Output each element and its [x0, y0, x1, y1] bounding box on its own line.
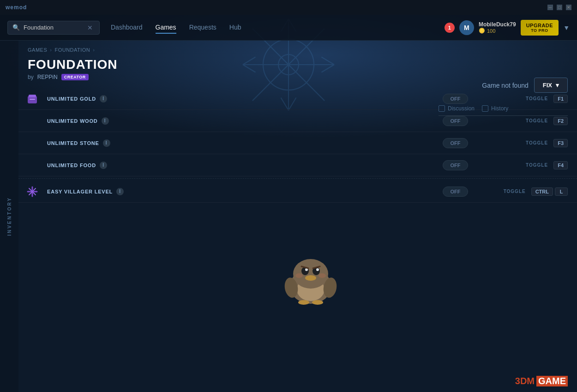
toggle-wood[interactable]: OFF	[443, 116, 468, 126]
cheat-icon-food	[23, 156, 42, 175]
app-logo: wemod	[6, 4, 27, 11]
breadcrumb-games[interactable]: GAMES	[28, 47, 47, 53]
toggle-food[interactable]: OFF	[443, 160, 468, 170]
keybind-gold: TOGGLE F1	[475, 95, 568, 103]
cheat-icon-wood	[23, 112, 42, 130]
search-box[interactable]: 🔍 ✕	[7, 21, 100, 35]
username: MobileDuck79	[479, 21, 516, 28]
history-label: History	[491, 105, 508, 112]
nav-right: 1 M MobileDuck79 🪙 100 UPGRADE TO PRO ▼	[445, 20, 570, 36]
search-icon: 🔍	[12, 24, 20, 31]
info-icon[interactable]: i	[102, 117, 109, 125]
status-area: Game not found FIX ▾	[482, 78, 568, 93]
svg-point-32	[312, 300, 323, 305]
game-not-found-label: Game not found	[482, 82, 528, 89]
key-badge-f1[interactable]: F1	[553, 95, 568, 103]
cheat-name-wood: UNLIMITED WOOD i	[47, 117, 443, 125]
search-clear-icon[interactable]: ✕	[87, 24, 93, 31]
coins: 🪙 100	[479, 28, 516, 34]
titlebar: wemod ─ □ ✕	[0, 0, 577, 15]
key-badge-ctrl[interactable]: CTRL	[531, 187, 553, 196]
breadcrumb-arrow-2: ›	[93, 47, 95, 53]
sidebar-label-text: INVENTORY	[7, 197, 12, 236]
info-icon[interactable]: i	[100, 162, 107, 169]
section-divider	[18, 178, 577, 179]
search-input[interactable]	[24, 24, 84, 31]
svg-rect-15	[29, 95, 36, 97]
game-title: FOUNDATION	[28, 57, 568, 72]
nav-tabs: Dashboard Games Requests Hub	[111, 22, 445, 34]
tab-requests[interactable]: Requests	[189, 22, 216, 34]
cheat-icon-gold	[23, 90, 42, 108]
toggle-gold[interactable]: OFF	[443, 94, 468, 104]
tab-history[interactable]: History	[482, 105, 508, 112]
svg-point-27	[316, 268, 319, 271]
cheat-row: UNLIMITED STONE i OFF TOGGLE F3	[18, 132, 577, 154]
tab-dashboard[interactable]: Dashboard	[111, 22, 143, 34]
author-name: REPPiN	[37, 74, 58, 80]
key-badge-l[interactable]: L	[555, 187, 568, 196]
toggle-villager[interactable]: OFF	[443, 187, 468, 197]
cheat-name-food: UNLIMITED FOOD i	[47, 162, 443, 169]
cheat-name-gold: UNLIMITED GOLD i	[47, 95, 443, 103]
toggle-stone[interactable]: OFF	[443, 138, 468, 148]
cheat-row: UNLIMITED FOOD i OFF TOGGLE F4	[18, 154, 577, 176]
discussion-checkbox[interactable]	[439, 105, 445, 112]
keybind-stone: TOGGLE F3	[475, 139, 568, 147]
close-button[interactable]: ✕	[566, 5, 571, 10]
info-icon[interactable]: i	[100, 95, 107, 103]
coin-icon: 🪙	[479, 28, 485, 34]
maximize-button[interactable]: □	[557, 5, 562, 10]
game-area: GAMES › FOUNDATION › FOUNDATION by REPPi…	[18, 41, 577, 392]
cheat-row: EASY VILLAGER LEVEL i OFF TOGGLE CTRL L	[18, 181, 577, 203]
main-content: INVENTORY GAMES › FOUNDATION › FOUNDATIO…	[0, 41, 577, 392]
key-badge-f4[interactable]: F4	[553, 161, 568, 169]
discussion-label: Discussion	[448, 105, 475, 112]
secondary-tabs: Discussion History	[439, 105, 568, 116]
cheat-name-stone: UNLIMITED STONE i	[47, 139, 443, 147]
breadcrumb: GAMES › FOUNDATION ›	[18, 41, 577, 55]
navbar: 🔍 ✕ Dashboard Games Requests Hub 1 M Mob…	[0, 15, 577, 41]
info-icon[interactable]: i	[103, 139, 110, 147]
key-badge-f2[interactable]: F2	[553, 117, 568, 125]
user-info: MobileDuck79 🪙 100	[479, 21, 516, 34]
notification-badge[interactable]: 1	[445, 23, 455, 33]
svg-point-34	[319, 273, 326, 278]
info-icon[interactable]: i	[116, 188, 124, 195]
history-checkbox[interactable]	[482, 105, 488, 112]
mascot	[283, 256, 338, 309]
fix-chevron-icon: ▾	[556, 82, 559, 89]
window-controls: ─ □ ✕	[547, 5, 571, 10]
cheat-icon-stone	[23, 134, 42, 152]
upgrade-button[interactable]: UPGRADE TO PRO	[521, 20, 559, 36]
cheat-icon-villager	[23, 182, 42, 201]
svg-point-28	[305, 275, 316, 281]
sidebar: INVENTORY	[0, 41, 18, 392]
key-badge-f3[interactable]: F3	[553, 139, 568, 147]
breadcrumb-arrow-1: ›	[50, 47, 52, 53]
tab-games[interactable]: Games	[156, 22, 176, 34]
tab-discussion[interactable]: Discussion	[439, 105, 475, 112]
svg-point-33	[295, 273, 303, 278]
fix-button[interactable]: FIX ▾	[534, 78, 568, 93]
creator-badge: CREATOR	[61, 74, 89, 80]
watermark: 3DMGAME	[515, 376, 568, 386]
breadcrumb-foundation[interactable]: FOUNDATION	[54, 47, 90, 53]
svg-rect-16	[30, 99, 35, 100]
keybind-wood: TOGGLE F2	[475, 117, 568, 125]
keybind-food: TOGGLE F4	[475, 161, 568, 169]
tab-hub[interactable]: Hub	[229, 22, 241, 34]
avatar: M	[459, 20, 474, 35]
minimize-button[interactable]: ─	[547, 5, 553, 10]
by-label: by	[28, 74, 34, 80]
cheat-name-villager: EASY VILLAGER LEVEL i	[47, 188, 443, 195]
keybind-villager: TOGGLE CTRL L	[475, 187, 568, 196]
chevron-down-icon[interactable]: ▼	[563, 24, 570, 31]
svg-point-31	[298, 300, 309, 305]
